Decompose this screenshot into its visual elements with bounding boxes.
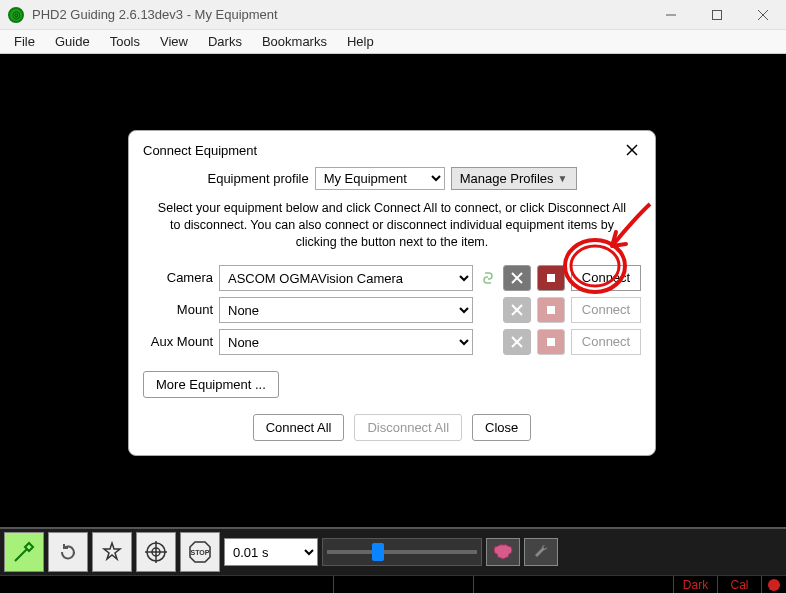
menu-darks[interactable]: Darks (198, 31, 252, 52)
connect-equipment-dialog: Connect Equipment Equipment profile My E… (128, 130, 656, 456)
manage-profiles-label: Manage Profiles (460, 171, 554, 186)
gamma-slider[interactable] (322, 538, 482, 566)
status-indicator (762, 579, 786, 591)
auto-select-star-button[interactable] (92, 532, 132, 572)
status-dot-icon (768, 579, 780, 591)
app-icon: ◎ (8, 7, 24, 23)
status-cell-1 (0, 576, 334, 593)
camera-select[interactable]: ASCOM OGMAVision Camera (219, 265, 473, 291)
status-bar: Dark Cal (0, 575, 786, 593)
close-dialog-button[interactable]: Close (472, 414, 531, 441)
svg-rect-8 (547, 274, 555, 282)
menu-bookmarks[interactable]: Bookmarks (252, 31, 337, 52)
disconnect-all-button: Disconnect All (354, 414, 462, 441)
profile-label: Equipment profile (207, 171, 308, 186)
maximize-button[interactable] (694, 0, 740, 30)
dialog-instructions: Select your equipment below and click Co… (157, 200, 627, 251)
camera-disconnect-button[interactable] (537, 265, 565, 291)
mount-disconnect-button (537, 297, 565, 323)
mount-label: Mount (143, 302, 213, 317)
svg-rect-11 (547, 306, 555, 314)
aux-mount-connect-button: Connect (571, 329, 641, 355)
mount-select[interactable]: None (219, 297, 473, 323)
manage-profiles-button[interactable]: Manage Profiles ▼ (451, 167, 577, 190)
svg-rect-14 (547, 338, 555, 346)
dialog-title: Connect Equipment (143, 143, 623, 158)
advanced-settings-button[interactable] (486, 538, 520, 566)
status-dark: Dark (674, 576, 718, 593)
svg-text:STOP: STOP (191, 549, 210, 556)
aux-mount-settings-button (503, 329, 531, 355)
mount-row: Mount None Connect (143, 297, 641, 323)
camera-label: Camera (143, 270, 213, 285)
aux-mount-label: Aux Mount (143, 334, 213, 349)
slider-thumb-icon (372, 543, 384, 561)
status-cal: Cal (718, 576, 762, 593)
window-titlebar: ◎ PHD2 Guiding 2.6.13dev3 - My Equipment (0, 0, 786, 30)
camera-connect-button[interactable]: Connect (571, 265, 641, 291)
menu-file[interactable]: File (4, 31, 45, 52)
camera-settings-button[interactable] (503, 265, 531, 291)
profile-select[interactable]: My Equipment (315, 167, 445, 190)
menu-view[interactable]: View (150, 31, 198, 52)
minimize-button[interactable] (648, 0, 694, 30)
mount-connect-button: Connect (571, 297, 641, 323)
camera-row: Camera ASCOM OGMAVision Camera Connect (143, 265, 641, 291)
dialog-close-button[interactable] (623, 141, 641, 159)
usb-connect-button[interactable] (4, 532, 44, 572)
loop-button[interactable] (48, 532, 88, 572)
exposure-select[interactable]: 0.01 s (224, 538, 318, 566)
stop-button[interactable]: STOP (180, 532, 220, 572)
menu-help[interactable]: Help (337, 31, 384, 52)
close-window-button[interactable] (740, 0, 786, 30)
camera-link-icon (479, 269, 497, 287)
menu-tools[interactable]: Tools (100, 31, 150, 52)
guide-button[interactable] (136, 532, 176, 572)
menu-guide[interactable]: Guide (45, 31, 100, 52)
dropdown-arrow-icon: ▼ (558, 173, 568, 184)
menubar: File Guide Tools View Darks Bookmarks He… (0, 30, 786, 54)
bottom-toolbar: STOP 0.01 s (0, 527, 786, 575)
aux-mount-select[interactable]: None (219, 329, 473, 355)
status-cell-3 (474, 576, 674, 593)
svg-rect-1 (713, 10, 722, 19)
window-title: PHD2 Guiding 2.6.13dev3 - My Equipment (32, 7, 278, 22)
aux-mount-disconnect-button (537, 329, 565, 355)
mount-settings-button (503, 297, 531, 323)
status-cell-2 (334, 576, 474, 593)
more-equipment-button[interactable]: More Equipment ... (143, 371, 279, 398)
aux-mount-row: Aux Mount None Connect (143, 329, 641, 355)
camera-settings-toolbar-button[interactable] (524, 538, 558, 566)
connect-all-button[interactable]: Connect All (253, 414, 345, 441)
